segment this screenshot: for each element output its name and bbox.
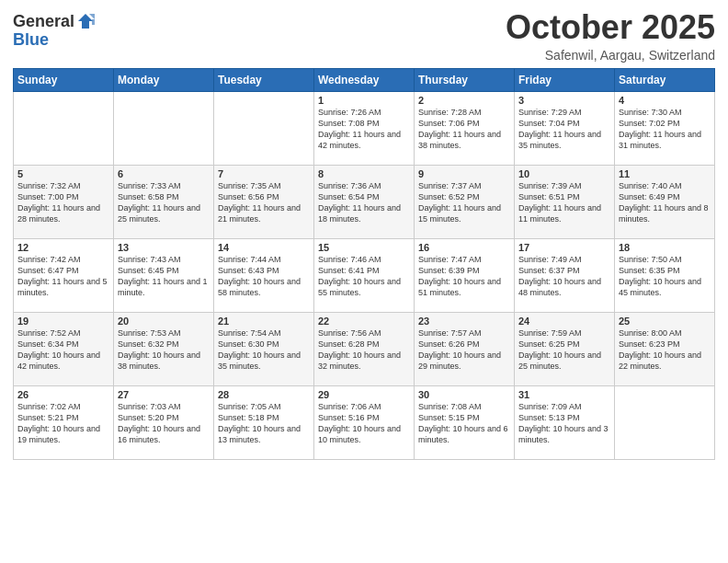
day-number: 14	[218, 242, 310, 253]
col-wednesday: Wednesday	[314, 68, 415, 91]
day-info: Sunrise: 7:44 AM Sunset: 6:43 PM Dayligh…	[218, 254, 310, 299]
day-number: 17	[518, 242, 610, 253]
table-row: 16Sunrise: 7:47 AM Sunset: 6:39 PM Dayli…	[415, 238, 515, 312]
day-info: Sunrise: 7:03 AM Sunset: 5:20 PM Dayligh…	[118, 401, 210, 446]
day-info: Sunrise: 7:59 AM Sunset: 6:25 PM Dayligh…	[518, 327, 610, 373]
day-number: 15	[318, 242, 410, 253]
calendar: Sunday Monday Tuesday Wednesday Thursday…	[13, 68, 715, 460]
day-info: Sunrise: 7:43 AM Sunset: 6:45 PM Dayligh…	[118, 254, 210, 299]
table-row: 25Sunrise: 8:00 AM Sunset: 6:23 PM Dayli…	[615, 312, 715, 385]
day-info: Sunrise: 7:37 AM Sunset: 6:52 PM Dayligh…	[418, 180, 510, 225]
col-sunday: Sunday	[14, 68, 114, 91]
day-info: Sunrise: 7:05 AM Sunset: 5:18 PM Dayligh…	[218, 401, 310, 446]
day-info: Sunrise: 7:52 AM Sunset: 6:34 PM Dayligh…	[17, 327, 109, 373]
table-row	[114, 91, 214, 165]
day-info: Sunrise: 7:46 AM Sunset: 6:41 PM Dayligh…	[318, 254, 410, 299]
day-info: Sunrise: 7:32 AM Sunset: 7:00 PM Dayligh…	[17, 180, 109, 225]
day-number: 21	[218, 316, 310, 327]
day-info: Sunrise: 7:39 AM Sunset: 6:51 PM Dayligh…	[518, 180, 610, 225]
day-number: 22	[318, 316, 410, 327]
table-row: 12Sunrise: 7:42 AM Sunset: 6:47 PM Dayli…	[14, 238, 114, 312]
table-row: 19Sunrise: 7:52 AM Sunset: 6:34 PM Dayli…	[14, 312, 114, 385]
day-number: 3	[518, 95, 610, 106]
table-row: 29Sunrise: 7:06 AM Sunset: 5:16 PM Dayli…	[314, 385, 415, 459]
day-number: 25	[619, 316, 711, 327]
table-row	[14, 91, 114, 165]
table-row: 18Sunrise: 7:50 AM Sunset: 6:35 PM Dayli…	[615, 238, 715, 312]
day-number: 28	[218, 389, 310, 400]
day-number: 19	[17, 316, 109, 327]
day-info: Sunrise: 7:30 AM Sunset: 7:02 PM Dayligh…	[619, 107, 711, 152]
title-block: October 2025 Safenwil, Aargau, Switzerla…	[506, 9, 715, 63]
day-info: Sunrise: 7:56 AM Sunset: 6:28 PM Dayligh…	[318, 327, 410, 373]
day-number: 11	[619, 168, 711, 179]
day-info: Sunrise: 7:29 AM Sunset: 7:04 PM Dayligh…	[518, 107, 610, 152]
table-row: 4Sunrise: 7:30 AM Sunset: 7:02 PM Daylig…	[615, 91, 715, 165]
day-info: Sunrise: 7:49 AM Sunset: 6:37 PM Dayligh…	[518, 254, 610, 299]
day-info: Sunrise: 7:06 AM Sunset: 5:16 PM Dayligh…	[318, 401, 410, 446]
calendar-header-row: Sunday Monday Tuesday Wednesday Thursday…	[14, 68, 715, 91]
day-number: 12	[17, 242, 109, 253]
calendar-week-row: 19Sunrise: 7:52 AM Sunset: 6:34 PM Dayli…	[14, 312, 715, 385]
day-info: Sunrise: 7:36 AM Sunset: 6:54 PM Dayligh…	[318, 180, 410, 225]
table-row: 3Sunrise: 7:29 AM Sunset: 7:04 PM Daylig…	[515, 91, 615, 165]
logo-blue: Blue	[13, 31, 49, 50]
table-row: 13Sunrise: 7:43 AM Sunset: 6:45 PM Dayli…	[114, 238, 214, 312]
day-number: 1	[318, 95, 410, 106]
day-info: Sunrise: 7:28 AM Sunset: 7:06 PM Dayligh…	[418, 107, 510, 152]
day-info: Sunrise: 8:00 AM Sunset: 6:23 PM Dayligh…	[619, 327, 711, 373]
day-number: 30	[418, 389, 510, 400]
table-row	[615, 385, 715, 459]
calendar-week-row: 1Sunrise: 7:26 AM Sunset: 7:08 PM Daylig…	[14, 91, 715, 165]
col-tuesday: Tuesday	[214, 68, 314, 91]
day-info: Sunrise: 7:42 AM Sunset: 6:47 PM Dayligh…	[17, 254, 109, 299]
table-row	[214, 91, 314, 165]
calendar-week-row: 12Sunrise: 7:42 AM Sunset: 6:47 PM Dayli…	[14, 238, 715, 312]
day-info: Sunrise: 7:33 AM Sunset: 6:58 PM Dayligh…	[118, 180, 210, 225]
day-info: Sunrise: 7:54 AM Sunset: 6:30 PM Dayligh…	[218, 327, 310, 373]
day-info: Sunrise: 7:09 AM Sunset: 5:13 PM Dayligh…	[518, 401, 610, 446]
col-saturday: Saturday	[615, 68, 715, 91]
day-info: Sunrise: 7:35 AM Sunset: 6:56 PM Dayligh…	[218, 180, 310, 225]
day-number: 20	[118, 316, 210, 327]
day-number: 16	[418, 242, 510, 253]
table-row: 23Sunrise: 7:57 AM Sunset: 6:26 PM Dayli…	[415, 312, 515, 385]
table-row: 28Sunrise: 7:05 AM Sunset: 5:18 PM Dayli…	[214, 385, 314, 459]
table-row: 2Sunrise: 7:28 AM Sunset: 7:06 PM Daylig…	[415, 91, 515, 165]
day-number: 10	[518, 168, 610, 179]
month-title: October 2025	[506, 9, 715, 46]
table-row: 7Sunrise: 7:35 AM Sunset: 6:56 PM Daylig…	[214, 165, 314, 238]
table-row: 20Sunrise: 7:53 AM Sunset: 6:32 PM Dayli…	[114, 312, 214, 385]
day-number: 2	[418, 95, 510, 106]
calendar-week-row: 26Sunrise: 7:02 AM Sunset: 5:21 PM Dayli…	[14, 385, 715, 459]
col-thursday: Thursday	[415, 68, 515, 91]
day-info: Sunrise: 7:02 AM Sunset: 5:21 PM Dayligh…	[17, 401, 109, 446]
table-row: 15Sunrise: 7:46 AM Sunset: 6:41 PM Dayli…	[314, 238, 415, 312]
day-info: Sunrise: 7:47 AM Sunset: 6:39 PM Dayligh…	[418, 254, 510, 299]
table-row: 17Sunrise: 7:49 AM Sunset: 6:37 PM Dayli…	[515, 238, 615, 312]
table-row: 27Sunrise: 7:03 AM Sunset: 5:20 PM Dayli…	[114, 385, 214, 459]
day-number: 18	[619, 242, 711, 253]
table-row: 11Sunrise: 7:40 AM Sunset: 6:49 PM Dayli…	[615, 165, 715, 238]
table-row: 10Sunrise: 7:39 AM Sunset: 6:51 PM Dayli…	[515, 165, 615, 238]
table-row: 21Sunrise: 7:54 AM Sunset: 6:30 PM Dayli…	[214, 312, 314, 385]
day-number: 29	[318, 389, 410, 400]
day-number: 4	[619, 95, 711, 106]
col-friday: Friday	[515, 68, 615, 91]
day-number: 26	[17, 389, 109, 400]
calendar-week-row: 5Sunrise: 7:32 AM Sunset: 7:00 PM Daylig…	[14, 165, 715, 238]
day-number: 7	[218, 168, 310, 179]
svg-marker-0	[78, 14, 93, 29]
table-row: 8Sunrise: 7:36 AM Sunset: 6:54 PM Daylig…	[314, 165, 415, 238]
day-info: Sunrise: 7:40 AM Sunset: 6:49 PM Dayligh…	[619, 180, 711, 225]
table-row: 22Sunrise: 7:56 AM Sunset: 6:28 PM Dayli…	[314, 312, 415, 385]
day-info: Sunrise: 7:50 AM Sunset: 6:35 PM Dayligh…	[619, 254, 711, 299]
table-row: 6Sunrise: 7:33 AM Sunset: 6:58 PM Daylig…	[114, 165, 214, 238]
header: General Blue October 2025 Safenwil, Aarg…	[13, 9, 715, 63]
logo: General Blue	[13, 13, 95, 50]
day-info: Sunrise: 7:53 AM Sunset: 6:32 PM Dayligh…	[118, 327, 210, 373]
day-number: 6	[118, 168, 210, 179]
table-row: 24Sunrise: 7:59 AM Sunset: 6:25 PM Dayli…	[515, 312, 615, 385]
day-number: 23	[418, 316, 510, 327]
location: Safenwil, Aargau, Switzerland	[506, 48, 715, 63]
